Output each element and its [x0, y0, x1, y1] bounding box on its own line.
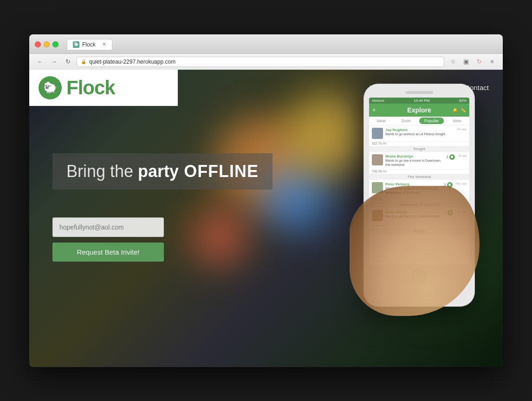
notification-icon[interactable]: 🔔 — [453, 108, 458, 112]
close-button[interactable] — [35, 41, 41, 47]
browser-window: 🐑 Flock ✕ ← → ↻ 🔒 quiet-plateau-2297.her… — [29, 34, 503, 367]
logo-box: 🐑 Flock — [29, 70, 178, 106]
time-text: 10:44 PM — [414, 99, 429, 103]
item-text: Wants to go see a movie in Downtown this… — [385, 158, 444, 167]
logo-sheep-icon: 🐑 — [39, 76, 62, 99]
bookmark-icon[interactable]: ☆ — [448, 57, 458, 67]
website: 🐑 Flock Home About Team Contact Bring th… — [29, 70, 503, 367]
address-text: quiet-plateau-2297.herokuapp.com — [89, 59, 175, 65]
app-statusbar: Verizon 10:44 PM 62% — [369, 98, 469, 104]
phone-speaker — [405, 91, 433, 94]
app-header: ≡ Explore 🔔 ✏️ — [369, 104, 469, 117]
carrier-text: Verizon — [372, 99, 384, 103]
browser-titlebar: 🐑 Flock ✕ — [29, 34, 503, 53]
app-title: Explore — [407, 106, 431, 114]
beta-invite-button[interactable]: Request Beta Invite! — [52, 243, 164, 262]
tab-close-icon[interactable]: ✕ — [102, 41, 106, 47]
forward-button[interactable]: → — [49, 57, 59, 67]
tab-favicon: 🐑 — [73, 41, 79, 48]
tab-soon[interactable]: Soon — [394, 117, 418, 125]
refresh-icon[interactable]: ↻ — [474, 57, 484, 67]
address-bar[interactable]: 🔒 quiet-plateau-2297.herokuapp.com — [77, 57, 444, 67]
browser-tab[interactable]: 🐑 Flock ✕ — [67, 39, 112, 50]
maximize-button[interactable] — [52, 41, 58, 47]
item-time: 12h ago — [456, 128, 467, 131]
browser-buttons — [35, 41, 58, 47]
tab-label: Flock — [82, 41, 96, 48]
item-content: Misha Burshtyn Wants to go see a movie i… — [385, 154, 444, 167]
item-content: Jay Rughani Wants to go workout at LA Fi… — [385, 128, 454, 136]
item-distance: 322.70 mi. — [369, 142, 469, 146]
minimize-button[interactable] — [44, 41, 50, 47]
avatar — [372, 128, 383, 139]
app-header-icons: 🔔 ✏️ — [453, 108, 466, 112]
avatar — [372, 154, 383, 165]
item-count: 3 — [447, 155, 448, 158]
pocket-icon[interactable]: ▣ — [461, 57, 471, 67]
item-name: Jay Rughani — [385, 128, 454, 132]
list-item: Misha Burshtyn Wants to go see a movie i… — [369, 152, 469, 170]
browser-tab-bar: 🐑 Flock ✕ — [67, 39, 112, 50]
edit-icon[interactable]: ✏️ — [461, 108, 466, 112]
tab-new[interactable]: New — [445, 117, 469, 125]
hero-content: Bring the party OFFLINE Request Beta Inv… — [52, 153, 272, 262]
tagline-box: Bring the party OFFLINE — [52, 153, 272, 190]
section-header: Tonight — [369, 146, 469, 152]
reload-button[interactable]: ↻ — [63, 57, 73, 67]
logo-text[interactable]: Flock — [66, 77, 115, 99]
back-button[interactable]: ← — [35, 57, 45, 67]
tagline-party: party — [138, 162, 179, 181]
item-time: 50m ago — [456, 182, 467, 185]
badge-icon — [449, 154, 455, 160]
battery-text: 62% — [459, 99, 467, 103]
tab-popular[interactable]: Popular — [419, 118, 444, 124]
menu-icon[interactable]: ≡ — [487, 57, 497, 67]
tagline-prefix: Bring the — [66, 162, 138, 181]
item-distance: 746.36 mi. — [369, 170, 469, 174]
phone-mockup: Verizon 10:44 PM 62% ≡ Explore 🔔 ✏️ — [363, 84, 475, 307]
tagline-offline: OFFLINE — [179, 162, 259, 181]
browser-navbar: ← → ↻ 🔒 quiet-plateau-2297.herokuapp.com… — [29, 53, 503, 70]
app-tabs: Near Soon Popular New — [369, 117, 469, 125]
lock-icon: 🔒 — [81, 59, 86, 64]
list-item: Jay Rughani Wants to go workout at LA Fi… — [369, 125, 469, 142]
section-header: This Weekend — [369, 174, 469, 180]
item-text: Wants to go workout at LA Fitness tonigh… — [385, 132, 454, 136]
browser-nav-icons: ☆ ▣ ↻ ≡ — [448, 57, 497, 67]
item-time: 4d ago — [458, 154, 467, 157]
tagline: Bring the party OFFLINE — [66, 162, 259, 181]
item-name: Misha Burshtyn — [385, 154, 444, 158]
tab-near[interactable]: Near — [369, 117, 394, 125]
email-input[interactable] — [52, 217, 164, 237]
hamburger-icon[interactable]: ≡ — [373, 107, 376, 112]
